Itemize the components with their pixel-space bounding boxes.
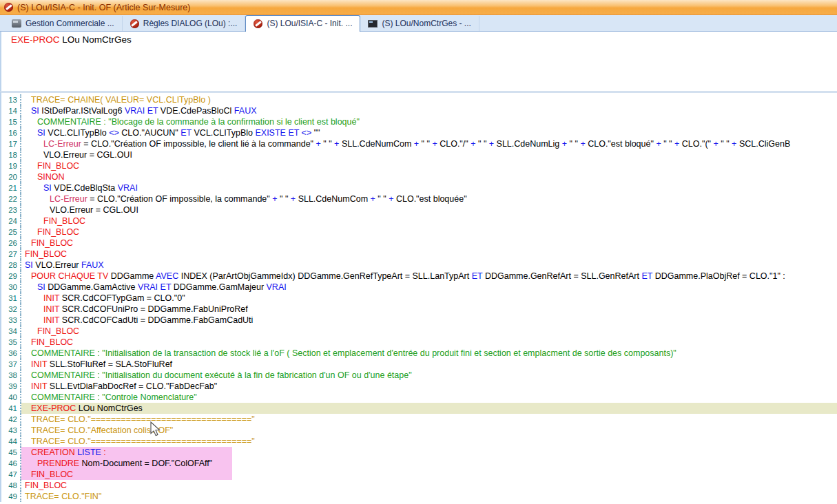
code-text: LC-Erreur = CLO."Création OF impossible,…: [21, 138, 837, 149]
tab-label: Gestion Commerciale ...: [25, 19, 114, 28]
code-text: COMMENTAIRE : "Initialisation du documen…: [21, 370, 837, 381]
code-text: INIT SCR.CdCOFTypGam = CLO."0": [21, 293, 837, 304]
code-line-24[interactable]: 24FIN_BLOC: [1, 216, 837, 227]
line-number: 44: [1, 436, 21, 447]
code-text: COMMENTAIRE : "Controle Nomenclature": [21, 392, 837, 403]
code-line-45[interactable]: 45CREATION LISTE :: [1, 447, 837, 458]
line-number: 40: [1, 392, 21, 403]
code-line-19[interactable]: 19FIN_BLOC: [1, 160, 837, 171]
tab-3[interactable]: (S) LOu/NomCtrGes - ...: [360, 16, 479, 31]
code-line-14[interactable]: 14SI IStDefPar.IStValLog6 VRAI ET VDE.Cd…: [1, 105, 837, 116]
code-text: COMMENTAIRE : "Blocage de la commande à …: [21, 116, 837, 127]
tab-label: Règles DIALOG (LOu) :...: [143, 19, 238, 28]
code-text: SINON: [21, 171, 837, 182]
line-number: 31: [1, 293, 21, 304]
code-line-23[interactable]: 23VLO.Erreur = CGL.OUI: [1, 204, 837, 216]
console-icon: [368, 20, 378, 28]
line-number: 41: [1, 403, 21, 414]
code-text: SI DDGamme.GamActive VRAI ET DDGamme.Gam…: [21, 282, 837, 293]
code-line-20[interactable]: 20SINON: [1, 171, 837, 182]
code-text: INIT SCR.CdCOFCadUti = DDGamme.FabGamCad…: [21, 315, 837, 326]
line-number: 13: [1, 94, 21, 105]
window-title: (S) LOu/ISIA-C - Init. OF (Article Sur-M…: [17, 3, 190, 12]
code-text: TRACE= CHAINE( VALEUR= VCL.CLITypBlo ): [21, 94, 837, 105]
code-line-37[interactable]: 37INIT SLL.StoFluRef = SLA.StoFluRef: [1, 359, 837, 370]
code-text: FIN_BLOC: [21, 216, 837, 227]
code-line-39[interactable]: 39INIT SLL.EvtDiaFabDocRef = CLO."FabDec…: [1, 381, 837, 392]
code-text: FIN_BLOC: [21, 227, 837, 238]
code-text: INIT SLL.StoFluRef = SLA.StoFluRef: [21, 359, 837, 370]
tab-label: (S) LOu/ISIA-C - Init. ...: [267, 19, 352, 28]
line-number: 21: [1, 182, 21, 193]
line-number: 30: [1, 282, 21, 293]
code-line-25[interactable]: 25FIN_BLOC: [1, 227, 837, 238]
code-line-49[interactable]: 49TRACE= CLO."FIN": [1, 491, 837, 502]
code-line-26[interactable]: 26FIN_BLOC: [1, 238, 837, 249]
line-number: 38: [1, 370, 21, 381]
code-text: SI VDE.CdeBlqSta VRAI: [21, 182, 837, 193]
code-line-17[interactable]: 17LC-Erreur = CLO."Création OF impossibl…: [1, 138, 837, 149]
line-number: 26: [1, 238, 21, 249]
header-keyword: EXE-PROC: [11, 34, 60, 45]
line-number: 25: [1, 227, 21, 238]
code-line-41[interactable]: 41EXE-PROC LOu NomCtrGes: [1, 403, 837, 414]
line-number: 18: [1, 149, 21, 160]
code-line-21[interactable]: 21SI VDE.CdeBlqSta VRAI: [1, 182, 837, 193]
code-text: LC-Erreur = CLO."Création OF impossible,…: [21, 193, 837, 204]
line-number: 20: [1, 171, 21, 182]
code-text: FIN_BLOC: [21, 469, 837, 480]
code-line-28[interactable]: 28SI VLO.Erreur FAUX: [1, 260, 837, 271]
code-line-30[interactable]: 30SI DDGamme.GamActive VRAI ET DDGamme.G…: [1, 282, 837, 293]
tab-1[interactable]: Règles DIALOG (LOu) :...: [123, 16, 246, 31]
code-line-46[interactable]: 46PRENDRE Nom-Document = DOF."ColOFAff": [1, 458, 837, 469]
line-number: 17: [1, 138, 21, 149]
code-line-42[interactable]: 42TRACE= CLO."==========================…: [1, 414, 837, 425]
call-stack-pane[interactable]: EXE-PROC LOu NomCtrGes: [0, 32, 837, 91]
code-line-29[interactable]: 29POUR CHAQUE TV DDGamme AVEC INDEX (Par…: [1, 271, 837, 282]
line-number: 49: [1, 491, 21, 502]
code-line-27[interactable]: 27FIN_BLOC: [1, 249, 837, 260]
line-number: 28: [1, 260, 21, 271]
app-icon: [12, 19, 21, 28]
code-line-32[interactable]: 32INIT SCR.CdCOFUniPro = DDGamme.FabUniP…: [1, 304, 837, 315]
code-line-31[interactable]: 31INIT SCR.CdCOFTypGam = CLO."0": [1, 293, 837, 304]
code-line-34[interactable]: 34FIN_BLOC: [1, 326, 837, 337]
code-line-38[interactable]: 38COMMENTAIRE : "Initialisation du docum…: [1, 370, 837, 381]
dialog-icon: [254, 19, 262, 28]
line-number: 47: [1, 469, 21, 480]
line-number: 27: [1, 249, 21, 260]
code-text: TRACE= CLO."============================…: [21, 414, 837, 425]
code-text: FIN_BLOC: [21, 249, 837, 260]
line-number: 14: [1, 105, 21, 116]
code-line-36[interactable]: 36COMMENTAIRE : "Initialisation de la tr…: [1, 348, 837, 359]
code-line-22[interactable]: 22LC-Erreur = CLO."Création OF impossibl…: [1, 193, 837, 204]
code-line-13[interactable]: 13TRACE= CHAINE( VALEUR= VCL.CLITypBlo ): [1, 94, 837, 105]
line-number: 19: [1, 160, 21, 171]
code-line-40[interactable]: 40COMMENTAIRE : "Controle Nomenclature": [1, 392, 837, 403]
tab-2[interactable]: (S) LOu/ISIA-C - Init. ...: [245, 15, 360, 32]
code-text: FIN_BLOC: [21, 238, 837, 249]
window-titlebar[interactable]: (S) LOu/ISIA-C - Init. OF (Article Sur-M…: [0, 0, 837, 15]
code-line-44[interactable]: 44TRACE= CLO."==========================…: [1, 436, 837, 447]
code-editor-pane[interactable]: 13TRACE= CHAINE( VALEUR= VCL.CLITypBlo )…: [0, 91, 837, 502]
tab-0[interactable]: Gestion Commerciale ...: [4, 16, 123, 31]
code-line-43[interactable]: 43TRACE= CLO."Affectation colis / OF": [1, 425, 837, 436]
line-number: 36: [1, 348, 21, 359]
line-number: 24: [1, 216, 21, 227]
code-line-47[interactable]: 47FIN_BLOC: [1, 469, 837, 480]
tab-label: (S) LOu/NomCtrGes - ...: [382, 19, 471, 28]
code-line-48[interactable]: 48FIN_BLOC: [1, 480, 837, 491]
line-number: 45: [1, 447, 21, 458]
line-number: 37: [1, 359, 21, 370]
code-line-16[interactable]: 16SI VCL.CLITypBlo <> CLO."AUCUN" ET VCL…: [1, 127, 837, 138]
code-line-15[interactable]: 15COMMENTAIRE : "Blocage de la commande …: [1, 116, 837, 127]
code-text: COMMENTAIRE : "Initialisation de la tran…: [21, 348, 837, 359]
code-line-33[interactable]: 33INIT SCR.CdCOFCadUti = DDGamme.FabGamC…: [1, 315, 837, 326]
code-text: TRACE= CLO."Affectation colis / OF": [21, 425, 837, 436]
code-line-18[interactable]: 18VLO.Erreur = CGL.OUI: [1, 149, 837, 160]
code-text: VLO.Erreur = CGL.OUI: [21, 204, 837, 216]
code-text: FIN_BLOC: [21, 160, 837, 171]
line-number: 16: [1, 127, 21, 138]
code-line-35[interactable]: 35FIN_BLOC: [1, 337, 837, 348]
tab-bar: Gestion Commerciale ...Règles DIALOG (LO…: [0, 15, 837, 32]
